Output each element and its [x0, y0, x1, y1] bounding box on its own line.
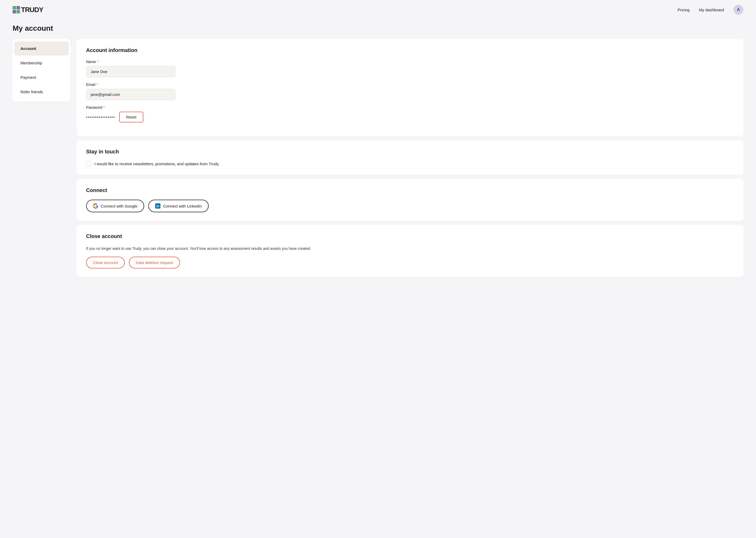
password-required-star: *	[103, 105, 105, 110]
stay-in-touch-title: Stay in touch	[86, 149, 734, 155]
page-title: My account	[0, 20, 756, 39]
navbar: TRUDY Pricing My dashboard A	[0, 0, 756, 20]
close-account-button[interactable]: Close account	[86, 257, 125, 268]
connect-buttons: Connect with Google in Connect with Link…	[86, 200, 734, 212]
email-input[interactable]	[86, 89, 175, 100]
layout: Account Membership Payment Refer friends…	[0, 39, 756, 290]
connect-card: Connect Connect with Google in Connect w…	[77, 179, 743, 221]
linkedin-icon: in	[155, 203, 161, 209]
newsletter-checkbox[interactable]	[86, 161, 91, 166]
stay-in-touch-card: Stay in touch I would like to receive ne…	[77, 140, 743, 175]
email-label: Email *	[86, 82, 734, 87]
user-avatar[interactable]: A	[733, 5, 743, 15]
password-label: Password *	[86, 105, 734, 110]
close-account-title: Close account	[86, 233, 734, 239]
brand-name: TRUDY	[21, 6, 43, 14]
pricing-link[interactable]: Pricing	[678, 8, 689, 12]
email-required-star: *	[96, 82, 98, 87]
reset-password-button[interactable]: Reset	[119, 112, 143, 123]
account-info-title: Account information	[86, 47, 734, 53]
email-field-group: Email *	[86, 82, 734, 100]
name-label: Name *	[86, 60, 734, 64]
sidebar-item-membership[interactable]: Membership	[14, 56, 69, 70]
google-icon	[93, 203, 98, 209]
svg-rect-2	[13, 10, 16, 13]
close-account-card: Close account If you no longer want to u…	[77, 225, 743, 277]
name-input[interactable]	[86, 66, 175, 77]
password-field-group: Password * •••••••••••••••• Reset	[86, 105, 734, 123]
sidebar-item-account[interactable]: Account	[14, 41, 69, 55]
svg-rect-1	[17, 6, 20, 10]
data-deletion-button[interactable]: Data deletion request	[129, 257, 180, 268]
name-required-star: *	[97, 60, 98, 64]
connect-linkedin-button[interactable]: in Connect with LinkedIn	[148, 200, 209, 212]
logo-icon	[13, 6, 20, 13]
nav-right: Pricing My dashboard A	[678, 5, 743, 15]
close-account-description: If you no longer want to use Trudy, you …	[86, 245, 734, 251]
logo[interactable]: TRUDY	[13, 6, 43, 14]
newsletter-checkbox-row: I would like to receive newsletters, pro…	[86, 161, 734, 166]
password-row: •••••••••••••••• Reset	[86, 112, 734, 123]
connect-google-label: Connect with Google	[101, 204, 137, 208]
dashboard-link[interactable]: My dashboard	[699, 8, 724, 12]
name-field-group: Name *	[86, 60, 734, 77]
svg-rect-3	[17, 10, 20, 13]
sidebar-item-refer-friends[interactable]: Refer friends	[14, 85, 69, 99]
connect-linkedin-label: Connect with LinkedIn	[163, 204, 202, 208]
connect-google-button[interactable]: Connect with Google	[86, 200, 144, 212]
password-dots: ••••••••••••••••	[86, 115, 115, 119]
sidebar: Account Membership Payment Refer friends	[13, 39, 71, 101]
main-content: Account information Name * Email * Passw…	[77, 39, 743, 277]
newsletter-label: I would like to receive newsletters, pro…	[95, 162, 219, 166]
connect-title: Connect	[86, 187, 734, 193]
account-information-card: Account information Name * Email * Passw…	[77, 39, 743, 136]
sidebar-item-payment[interactable]: Payment	[14, 71, 69, 84]
svg-rect-0	[13, 6, 16, 10]
close-buttons: Close account Data deletion request	[86, 257, 734, 268]
